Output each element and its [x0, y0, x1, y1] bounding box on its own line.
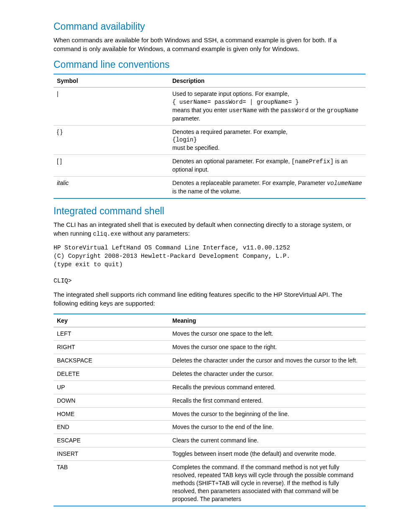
table-row: DOWNRecalls the first command entered.: [54, 394, 366, 407]
text: Denotes a replaceable parameter. For exa…: [172, 180, 327, 186]
key-cell: LEFT: [54, 327, 169, 341]
code-text: volumeName: [327, 180, 362, 187]
key-cell: ESCAPE: [54, 434, 169, 447]
code-text: { userName= passWord= | groupName= }: [172, 99, 299, 105]
meaning-cell: Moves the cursor one space to the right.: [169, 341, 366, 354]
table-row: ESCAPEClears the current command line.: [54, 434, 366, 447]
key-cell: INSERT: [54, 447, 169, 461]
table-row: RIGHTMoves the cursor one space to the r…: [54, 341, 366, 354]
heading-command-availability: Command availability: [54, 21, 366, 32]
table-row: TABCompletes the command. If the command…: [54, 461, 366, 506]
para-editing-keys-intro: The integrated shell supports rich comma…: [54, 290, 366, 308]
key-cell: END: [54, 421, 169, 434]
description-cell: Denotes a required parameter. For exampl…: [169, 125, 366, 155]
code-text: userName: [229, 107, 257, 114]
key-cell: HOME: [54, 407, 169, 421]
code-text: [namePrefix]: [292, 158, 334, 165]
meaning-cell: Recalls the first command entered.: [169, 394, 366, 407]
key-cell: DELETE: [54, 367, 169, 380]
shell-output-block: HP StoreVirtual LeftHand OS Command Line…: [54, 244, 366, 285]
table-header-description: Description: [169, 74, 366, 87]
symbol-cell: [ ]: [54, 155, 169, 177]
symbol-cell: italic: [54, 177, 169, 198]
text: Denotes an optional parameter. For examp…: [172, 158, 292, 164]
description-cell: Denotes a replaceable parameter. For exa…: [169, 177, 366, 198]
table-row: INSERTToggles between insert mode (the d…: [54, 447, 366, 461]
table-row: HOMEMoves the cursor to the beginning of…: [54, 407, 366, 421]
code-text: passWord: [281, 107, 309, 114]
para-command-availability: When commands are available for both Win…: [54, 36, 366, 53]
text: without any parameters:: [121, 230, 189, 237]
key-cell: DOWN: [54, 394, 169, 407]
text: Used to separate input options. For exam…: [172, 90, 289, 97]
text: is the name of the volume.: [172, 188, 241, 195]
meaning-cell: Moves the cursor one space to the left.: [169, 327, 366, 341]
table-row: italic Denotes a replaceable parameter. …: [54, 177, 366, 198]
meaning-cell: Deletes the character under the cursor a…: [169, 354, 366, 367]
key-cell: UP: [54, 380, 169, 394]
table-header-meaning: Meaning: [169, 314, 366, 327]
table-row: ENDMoves the cursor to the end of the li…: [54, 421, 366, 434]
meaning-cell: Completes the command. If the command me…: [169, 461, 366, 506]
heading-integrated-command-shell: Integrated command shell: [54, 206, 366, 217]
meaning-cell: Recalls the previous command entered.: [169, 380, 366, 394]
table-row: BACKSPACEDeletes the character under the…: [54, 354, 366, 367]
text: or the: [309, 107, 327, 113]
meaning-cell: Clears the current command line.: [169, 434, 366, 447]
key-cell: BACKSPACE: [54, 354, 169, 367]
table-header-symbol: Symbol: [54, 74, 169, 87]
key-cell: RIGHT: [54, 341, 169, 354]
table-row: | Used to separate input options. For ex…: [54, 87, 366, 126]
symbol-cell: { }: [54, 125, 169, 155]
text: means that you enter: [172, 107, 229, 113]
code-text: cliq.exe: [93, 231, 121, 237]
code-text: groupName: [327, 107, 358, 114]
meaning-cell: Toggles between insert mode (the default…: [169, 447, 366, 461]
table-row: UPRecalls the previous command entered.: [54, 380, 366, 394]
text: Denotes a required parameter. For exampl…: [172, 129, 287, 135]
meaning-cell: Moves the cursor to the end of the line.: [169, 421, 366, 434]
symbol-cell: |: [54, 87, 169, 126]
key-cell: TAB: [54, 461, 169, 506]
text: must be specified.: [172, 144, 220, 151]
meaning-cell: Moves the cursor to the beginning of the…: [169, 407, 366, 421]
table-row: [ ] Denotes an optional parameter. For e…: [54, 155, 366, 177]
editing-keys-table: Key Meaning LEFTMoves the cursor one spa…: [54, 314, 366, 506]
text: with the: [257, 107, 281, 113]
table-header-key: Key: [54, 314, 169, 327]
table-row: { } Denotes a required parameter. For ex…: [54, 125, 366, 155]
heading-command-line-conventions: Command line conventions: [54, 59, 366, 70]
meaning-cell: Deletes the character under the cursor.: [169, 367, 366, 380]
para-integrated-shell-intro: The CLI has an integrated shell that is …: [54, 220, 366, 239]
code-text: {login}: [172, 136, 197, 143]
conventions-table: Symbol Description | Used to separate in…: [54, 74, 366, 199]
table-row: LEFTMoves the cursor one space to the le…: [54, 327, 366, 341]
table-row: DELETEDeletes the character under the cu…: [54, 367, 366, 380]
description-cell: Denotes an optional parameter. For examp…: [169, 155, 366, 177]
description-cell: Used to separate input options. For exam…: [169, 87, 366, 126]
text: parameter.: [172, 115, 200, 122]
